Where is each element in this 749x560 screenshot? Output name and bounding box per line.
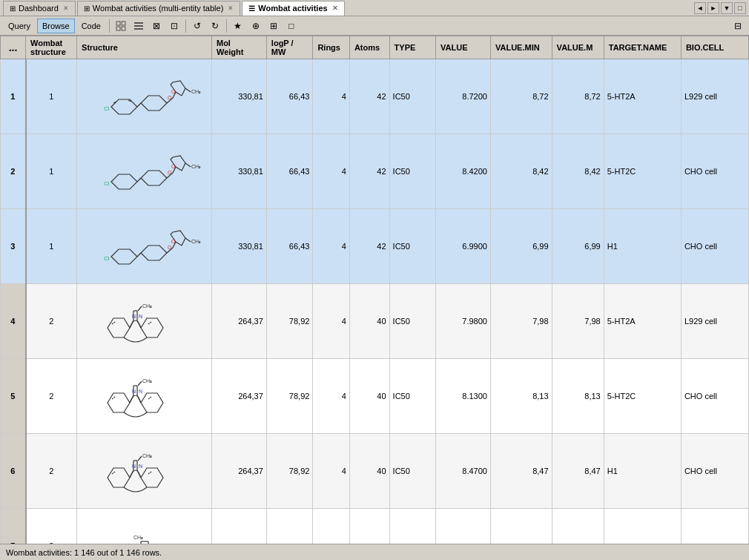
browse-tab[interactable]: Browse bbox=[37, 19, 75, 33]
table-row[interactable]: 5 2 N N CH₃ 264,37 78,92 4 40 IC50 8.130… bbox=[1, 359, 749, 434]
row-logp: 78,92 bbox=[266, 359, 313, 434]
export-icon-btn[interactable]: □ bbox=[283, 19, 300, 33]
th-wombat-structure[interactable]: Wombatstructure bbox=[26, 36, 77, 59]
svg-line-79 bbox=[112, 472, 115, 474]
main-content: ... Wombatstructure Structure MolWeight … bbox=[0, 36, 749, 544]
chart-icon-btn[interactable]: ⊡ bbox=[166, 19, 182, 33]
th-logp[interactable]: logP /MW bbox=[266, 36, 313, 59]
svg-marker-20 bbox=[111, 174, 137, 189]
row-logp: 78,92 bbox=[266, 284, 313, 359]
row-atoms: 40 bbox=[349, 284, 389, 359]
filter-icon-btn[interactable]: ⊞ bbox=[265, 19, 282, 33]
row-wombat: 1 bbox=[26, 59, 77, 134]
th-value-max[interactable]: VALUE.M bbox=[552, 36, 604, 59]
svg-line-51 bbox=[138, 306, 142, 311]
query-tab[interactable]: Query bbox=[3, 19, 36, 33]
row-mol-weight: 264,37 bbox=[211, 284, 266, 359]
row-logp: 66,43 bbox=[266, 209, 313, 284]
row-logp bbox=[266, 509, 313, 544]
table-icon-btn[interactable] bbox=[113, 19, 129, 33]
svg-line-45 bbox=[137, 320, 141, 328]
row-rings: 4 bbox=[313, 284, 350, 359]
svg-rect-1 bbox=[122, 22, 125, 25]
row-bio-cell bbox=[681, 509, 748, 544]
table-row[interactable]: 1 1 CH₃ Cl O O 330,81 66,43 4 42 IC50 8.… bbox=[1, 59, 749, 134]
star-icon-btn[interactable]: ★ bbox=[230, 19, 246, 33]
wombat-tab-close[interactable]: ✕ bbox=[332, 4, 338, 12]
tab-wombat[interactable]: ☰ Wombat activities ✕ bbox=[242, 1, 344, 16]
row-value-max: 7,98 bbox=[552, 284, 604, 359]
row-value: 8.4200 bbox=[436, 134, 491, 209]
th-mol-weight[interactable]: MolWeight bbox=[211, 36, 266, 59]
svg-marker-56 bbox=[141, 393, 163, 412]
dashboard-tab-close[interactable]: ✕ bbox=[63, 4, 69, 12]
redo-icon-btn[interactable]: ↻ bbox=[207, 19, 223, 33]
row-value-min: 7,98 bbox=[490, 284, 552, 359]
svg-text:Cl: Cl bbox=[104, 255, 110, 262]
row-rings: 4 bbox=[313, 134, 350, 209]
table-row[interactable]: 6 2 N N CH₃ 264,37 78,92 4 40 IC50 8.470… bbox=[1, 434, 749, 509]
th-target-name[interactable]: TARGET.NAME bbox=[604, 36, 681, 59]
svg-text:N: N bbox=[139, 314, 142, 319]
row-target: 5-HT2C bbox=[604, 134, 681, 209]
table-row[interactable]: 4 2 N N CH₃ 264,37 78,92 4 40 IC50 7.980… bbox=[1, 284, 749, 359]
nav-prev[interactable]: ◄ bbox=[694, 2, 706, 14]
th-atoms[interactable]: Atoms bbox=[349, 36, 389, 59]
svg-text:Cl: Cl bbox=[104, 180, 110, 187]
svg-line-54 bbox=[148, 322, 151, 324]
row-value-max: 8,13 bbox=[552, 359, 604, 434]
status-text: Wombat activities: 1 146 out of 1 146 ro… bbox=[6, 548, 162, 557]
row-value-max bbox=[552, 509, 604, 544]
row-bio-cell: L929 cell bbox=[681, 284, 748, 359]
row-molecule: N N CH₃ bbox=[77, 434, 212, 509]
row-number: 6 bbox=[1, 434, 26, 509]
svg-text:CH₃: CH₃ bbox=[142, 378, 152, 383]
svg-marker-55 bbox=[108, 393, 130, 412]
th-type[interactable]: TYPE bbox=[389, 36, 436, 59]
nav-menu[interactable]: ▼ bbox=[721, 2, 733, 14]
tab-multi-entity[interactable]: ⊞ Wombat activities (multi-entity table)… bbox=[77, 1, 240, 16]
row-value bbox=[436, 509, 491, 544]
row-wombat: 2 bbox=[26, 359, 77, 434]
undo-icon-btn[interactable]: ↺ bbox=[189, 19, 205, 33]
svg-marker-68 bbox=[108, 468, 130, 487]
th-structure[interactable]: Structure bbox=[77, 36, 212, 59]
collapse-icon-btn[interactable]: ⊟ bbox=[730, 19, 746, 33]
row-molecule: CH₃ Cl O O bbox=[77, 209, 212, 284]
th-value-min[interactable]: VALUE.MIN bbox=[490, 36, 552, 59]
code-tab[interactable]: Code bbox=[76, 19, 106, 33]
th-rings[interactable]: Rings bbox=[313, 36, 350, 59]
table-row[interactable]: 3 1 CH₃ Cl O O 330,81 66,43 4 42 IC50 6.… bbox=[1, 209, 749, 284]
row-value: 8.4700 bbox=[436, 434, 491, 509]
add-icon-btn[interactable]: ⊕ bbox=[248, 19, 264, 33]
grid-icon-btn[interactable]: ⊠ bbox=[148, 19, 165, 33]
svg-marker-69 bbox=[141, 468, 163, 487]
svg-line-58 bbox=[137, 395, 141, 403]
row-number: 2 bbox=[1, 134, 26, 209]
table-row[interactable]: 7 3 CH₃ bbox=[1, 509, 749, 544]
data-table: ... Wombatstructure Structure MolWeight … bbox=[0, 36, 749, 544]
nav-next[interactable]: ► bbox=[707, 2, 719, 14]
toolbar-right: ⊟ bbox=[730, 19, 746, 33]
row-target: 5-HT2A bbox=[604, 284, 681, 359]
table-container[interactable]: ... Wombatstructure Structure MolWeight … bbox=[0, 36, 749, 544]
table-row[interactable]: 2 1 CH₃ Cl O O 330,81 66,43 4 42 IC50 8.… bbox=[1, 134, 749, 209]
th-bio-cell[interactable]: BIO.CELL bbox=[681, 36, 748, 59]
svg-line-9 bbox=[137, 103, 141, 107]
row-target: H1 bbox=[604, 434, 681, 509]
row-value-max: 8,42 bbox=[552, 134, 604, 209]
row-molecule: N N CH₃ bbox=[77, 359, 212, 434]
multi-entity-tab-close[interactable]: ✕ bbox=[228, 4, 234, 12]
row-atoms: 42 bbox=[349, 59, 389, 134]
row-number: 5 bbox=[1, 359, 26, 434]
row-atoms: 40 bbox=[349, 434, 389, 509]
svg-line-66 bbox=[112, 397, 115, 399]
row-molecule: CH₃ Cl O O bbox=[77, 134, 212, 209]
dashboard-tab-icon: ⊞ bbox=[10, 4, 16, 13]
nav-restore[interactable]: □ bbox=[734, 2, 746, 14]
row-number: 1 bbox=[1, 59, 26, 134]
svg-marker-7 bbox=[111, 99, 137, 114]
th-value[interactable]: VALUE bbox=[436, 36, 491, 59]
list-icon-btn[interactable] bbox=[131, 19, 147, 33]
tab-dashboard[interactable]: ⊞ Dashboard ✕ bbox=[3, 1, 76, 16]
